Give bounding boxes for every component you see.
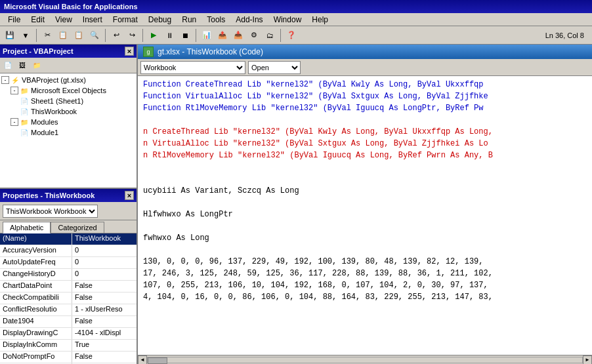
save-button[interactable]: 💾 (3, 28, 17, 43)
props-row-date1904[interactable]: Date1904 False (0, 316, 137, 328)
view-designer-button[interactable]: 🖼 (16, 60, 29, 71)
code-line-9: ucybiii As Variant, Sczcq As Long (143, 185, 587, 197)
paste-button[interactable]: 📋 (72, 28, 86, 43)
props-row-checkcompat[interactable]: CheckCompatibili False (0, 293, 137, 304)
props-row-autoupdate[interactable]: AutoUpdateFreq 0 (0, 257, 137, 269)
code-line-7 (143, 161, 587, 173)
toolbar-extra[interactable]: 🗂 (263, 28, 277, 43)
props-row-chartdata[interactable]: ChartDataPoint False (0, 281, 137, 293)
code-line-15: 130, 0, 0, 0, 96, 137, 229, 49, 192, 100… (143, 256, 587, 268)
props-row-changehistory[interactable]: ChangeHistoryD 0 (0, 269, 137, 281)
scroll-right[interactable]: ► (583, 355, 592, 365)
menu-run[interactable]: Run (177, 14, 201, 26)
tree-label-thisworkbook: ThisWorkbook (31, 108, 77, 115)
props-value-date1904: False (72, 316, 137, 327)
scroll-track[interactable] (147, 357, 583, 363)
tree-label-sheet1: Sheet1 (Sheet1) (31, 97, 83, 105)
cut-button[interactable]: ✂ (40, 28, 54, 43)
props-name-changehistory: ChangeHistoryD (0, 269, 72, 280)
copy-button[interactable]: 📋 (56, 28, 70, 43)
proc-selector[interactable]: Open (248, 61, 301, 74)
code-line-13: fwhwxo As Long (143, 232, 587, 244)
toolbar-import[interactable]: 📥 (231, 28, 245, 43)
toolbar-btn-2[interactable]: ▼ (18, 28, 33, 43)
code-line-17: 107, 0, 255, 213, 106, 10, 104, 192, 168… (143, 279, 587, 291)
tree-item-vbaproject[interactable]: - ⚡ VBAProject (gt.xlsx) (1, 75, 135, 85)
project-tree: - ⚡ VBAProject (gt.xlsx) - 📁 Microsoft E… (0, 73, 137, 188)
tree-item-sheet1[interactable]: 📄 Sheet1 (Sheet1) (1, 96, 135, 106)
props-row-conflictres[interactable]: ConflictResolutio 1 - xlUserReso (0, 304, 137, 316)
excel-objects-icon: 📁 (20, 86, 29, 95)
redo-button[interactable]: ↪ (125, 28, 139, 43)
props-row-displayink[interactable]: DisplayInkComm True (0, 340, 137, 352)
pause-button[interactable]: ⏸ (162, 28, 177, 43)
tree-item-excel-objects[interactable]: - 📁 Microsoft Excel Objects (1, 85, 135, 96)
props-name-displaydrawing: DisplayDrawingC (0, 328, 72, 339)
tree-label-vbaproject: VBAProject (gt.xlsx) (22, 76, 86, 84)
props-value-displayink: True (72, 340, 137, 351)
menu-insert[interactable]: Insert (77, 14, 108, 26)
properties-table: (Name) ThisWorkbook AccuracyVersion 0 Au… (0, 233, 137, 364)
project-panel-close[interactable]: × (125, 47, 134, 56)
menu-edit[interactable]: Edit (26, 14, 50, 26)
thisworkbook-icon: 📄 (20, 107, 29, 116)
menu-format[interactable]: Format (108, 14, 143, 26)
code-area[interactable]: Function CreateThread Lib "kernel32" (By… (138, 76, 592, 355)
properties-object-selector[interactable]: ThisWorkbook Workbook (3, 205, 98, 218)
props-row-displaydrawing[interactable]: DisplayDrawingC -4104 - xlDispl (0, 328, 137, 340)
code-line-18: 4, 104, 0, 16, 0, 0, 86, 106, 0, 104, 88… (143, 291, 587, 303)
tab-alphabetic[interactable]: Alphabetic (3, 222, 51, 233)
code-line-5: n VirtualAlloc Lib "kernel32" (ByVal Sxt… (143, 138, 587, 150)
toolbar-setting[interactable]: ⚙ (247, 28, 261, 43)
menu-help[interactable]: Help (307, 14, 333, 26)
menu-tools[interactable]: Tools (201, 14, 230, 26)
menu-debug[interactable]: Debug (143, 14, 177, 26)
code-line-10 (143, 197, 587, 209)
tree-label-modules: Modules (31, 118, 58, 126)
props-row-donotprompt[interactable]: DoNotPromptFo False (0, 352, 137, 363)
properties-tabs: Alphabetic Categorized (0, 220, 137, 233)
expand-excel-objects[interactable]: - (11, 87, 18, 94)
expand-vbaproject[interactable]: - (1, 76, 9, 84)
sep-4 (196, 29, 196, 42)
undo-button[interactable]: ↩ (109, 28, 123, 43)
left-panel: Project - VBAProject × 📄 🖼 📁 - ⚡ VBAProj… (0, 45, 138, 364)
menu-view[interactable]: View (50, 14, 77, 26)
run-button[interactable]: ▶ (146, 28, 161, 43)
sep-2 (105, 29, 106, 42)
code-line-4: n CreateThread Lib "kernel32" (ByVal Kwl… (143, 126, 587, 138)
toggle-folders-button[interactable]: 📁 (30, 60, 43, 71)
props-row-name[interactable]: (Name) ThisWorkbook (0, 233, 137, 245)
tab-categorized[interactable]: Categorized (51, 222, 104, 233)
expand-modules[interactable]: - (11, 118, 18, 126)
props-row-accuracy[interactable]: AccuracyVersion 0 (0, 245, 137, 257)
help-button[interactable]: ❓ (284, 28, 299, 43)
object-selector[interactable]: Workbook (140, 61, 245, 74)
code-panel: g gt.xlsx - ThisWorkbook (Code) Workbook… (138, 45, 592, 364)
scroll-left[interactable]: ◄ (138, 355, 147, 365)
props-name-checkcompat: CheckCompatibili (0, 293, 72, 304)
code-line-0: Function CreateThread Lib "kernel32" (By… (143, 79, 587, 91)
sheet1-icon: 📄 (20, 96, 29, 106)
props-value-changehistory: 0 (72, 269, 137, 280)
menu-window[interactable]: Window (268, 14, 307, 26)
tree-item-modules[interactable]: - 📁 Modules (1, 117, 135, 127)
tree-item-thisworkbook[interactable]: 📄 ThisWorkbook (1, 106, 135, 117)
props-name-chartdata: ChartDataPoint (0, 281, 72, 292)
code-line-12 (143, 220, 587, 232)
menu-addins[interactable]: Add-Ins (230, 14, 268, 26)
menu-file[interactable]: File (3, 14, 26, 26)
code-line-16: 17, 246, 3, 125, 248, 59, 125, 36, 117, … (143, 268, 587, 279)
props-value-checkcompat: False (72, 293, 137, 304)
toolbar-find[interactable]: 🔍 (87, 28, 102, 43)
scroll-thumb[interactable] (148, 357, 167, 364)
properties-panel-title: Properties - ThisWorkbook (3, 192, 95, 199)
stop-button[interactable]: ⏹ (178, 28, 192, 43)
properties-panel-close[interactable]: × (125, 191, 134, 200)
toolbar-export[interactable]: 📤 (215, 28, 230, 43)
properties-panel-header: Properties - ThisWorkbook × (0, 189, 137, 202)
tree-item-module1[interactable]: 📄 Module1 (1, 127, 135, 138)
view-code-button[interactable]: 📄 (1, 60, 14, 71)
toolbar-chart[interactable]: 📊 (200, 28, 214, 43)
menu-bar: File Edit View Insert Format Debug Run T… (0, 13, 592, 26)
